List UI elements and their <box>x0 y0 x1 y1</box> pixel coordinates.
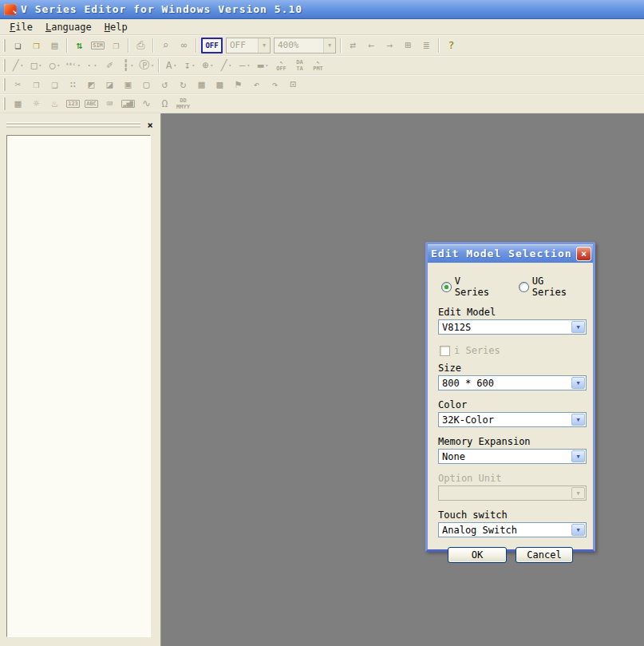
ug-series-radio-label: UG Series <box>532 275 583 298</box>
pmt-display-icon: ↖ PMT <box>313 59 323 72</box>
open-file-icon: ❒ <box>34 40 40 50</box>
marker-tool-icon: ↧ <box>184 60 191 70</box>
toolbar-grip[interactable] <box>3 78 6 91</box>
zoom-icon: ⌕ <box>163 40 169 50</box>
help-button[interactable]: ? <box>442 37 460 54</box>
toolbar-grip[interactable] <box>3 39 6 52</box>
dropdown-arrow-icon[interactable]: ▼ <box>571 377 585 389</box>
font-style-button: A▾ <box>162 57 180 74</box>
dropdown-arrow-icon: ▼ <box>571 487 585 499</box>
menu-help-rest: elp <box>110 22 128 33</box>
color-field: Color 32K-Color ▼ <box>438 399 583 427</box>
box-tool-button: □▾ <box>27 57 45 74</box>
edit-model-combobox[interactable]: V812S ▼ <box>438 319 587 335</box>
dropdown-arrow-icon[interactable]: ▼ <box>571 321 585 333</box>
arrange-grid-button: ▩ <box>211 76 229 93</box>
toolbar-sep <box>128 38 129 53</box>
panel-header: × <box>0 113 160 133</box>
copy-icon: ❐ <box>34 79 40 89</box>
select-mode-icon: ⊡ <box>290 79 297 89</box>
dialog-close-button[interactable]: × <box>576 247 591 261</box>
touch-switch-combobox[interactable]: Analog Switch ▼ <box>438 522 587 537</box>
dropdown-arrow-icon[interactable]: ▼ <box>571 450 585 462</box>
screen-list[interactable] <box>6 135 151 637</box>
state-combo-value: OFF <box>230 40 246 50</box>
scale-tool-icon: ┇ <box>123 60 129 70</box>
edit-model-field: Edit Model V812S ▼ <box>438 307 583 335</box>
connector-part-icon: ∿ <box>142 98 151 109</box>
color-combobox[interactable]: 32K-Color ▼ <box>438 412 587 427</box>
copy-button: ❐ <box>27 76 45 93</box>
bring-front-button: ▣ <box>119 76 137 93</box>
i-series-checkbox: i Series <box>438 345 583 356</box>
v-series-radio[interactable]: V Series <box>441 275 500 298</box>
help-icon: ? <box>448 40 455 50</box>
dropdown-caret-icon: ▾ <box>57 60 61 70</box>
transfer-icon: ⇅ <box>77 40 83 50</box>
menu-file[interactable]: File <box>3 20 39 34</box>
new-screen-button[interactable]: ❏ <box>9 37 27 54</box>
toolbar-grip[interactable] <box>3 97 6 110</box>
cancel-button[interactable]: Cancel <box>516 547 573 563</box>
dropdown-arrow-icon[interactable]: ▼ <box>571 414 585 426</box>
line-width-icon: — <box>239 60 246 70</box>
rotate-right-button: ↻ <box>174 76 192 93</box>
window-titlebar[interactable]: ↘ V Series Editor for Windows Version 5.… <box>0 0 644 19</box>
buzzer-part-icon: Ω <box>162 98 168 109</box>
touch-switch-field: Touch switch Analog Switch ▼ <box>438 509 583 537</box>
size-combobox[interactable]: 800 * 600 ▼ <box>438 375 587 390</box>
graph-part-icon: ▂▅▇ <box>121 100 135 108</box>
group-button: ◩ <box>82 76 101 93</box>
data-display-part-button: ▦ <box>9 95 27 113</box>
scale-tool-button: ┇▾ <box>119 57 137 74</box>
dropdown-caret-icon: ▾ <box>192 60 196 70</box>
menu-help[interactable]: Help <box>98 20 134 34</box>
dialog-titlebar[interactable]: Edit Model Selection × <box>428 244 593 263</box>
char-display-part-icon: ABC <box>85 100 98 108</box>
rotate-left-button: ↺ <box>156 76 174 93</box>
off-display-icon: ↖ OFF <box>276 59 286 72</box>
panel-grip[interactable] <box>6 122 140 128</box>
ug-series-radio[interactable]: UG Series <box>519 275 583 298</box>
size-label: Size <box>438 363 583 374</box>
graph-part-button: ▂▅▇ <box>119 95 137 113</box>
keypad-part-button: ⌨ <box>101 95 119 113</box>
num-display-part-button: 123 <box>64 95 82 113</box>
switch-part-button: ☼ <box>27 95 45 113</box>
undo-button: ↶ <box>247 76 266 93</box>
circle-tool-icon: ○ <box>49 60 56 70</box>
dialog-buttons: OK Cancel <box>438 547 583 563</box>
error-check-button: ❐ <box>107 37 125 54</box>
next-screen-icon: → <box>387 40 393 50</box>
memory-expansion-combobox[interactable]: None ▼ <box>438 449 587 464</box>
toolbar-grip[interactable] <box>3 59 6 72</box>
arrange-grid-icon: ▩ <box>217 79 223 89</box>
pin-icon: ⚑ <box>235 79 242 89</box>
line-style-icon: ╱ <box>221 60 227 70</box>
dropdown-caret-icon: ▾ <box>39 60 42 70</box>
fill-color-button: ▬▾ <box>254 57 272 74</box>
transfer-button[interactable]: ⇅ <box>70 37 89 54</box>
ok-button[interactable]: OK <box>448 547 507 563</box>
menu-language[interactable]: Language <box>39 20 98 34</box>
menu-help-accel: H <box>105 22 110 33</box>
num-display-part-icon: 123 <box>66 100 80 108</box>
state-combo: OFF▼ <box>226 38 271 54</box>
v-series-radio-label: V Series <box>455 275 500 298</box>
dropdown-caret-icon: ▾ <box>94 60 97 70</box>
window-title: V Series Editor for Windows Version 5.10 <box>21 3 302 15</box>
new-screen-icon: ❏ <box>15 40 22 50</box>
color-value: 32K-Color <box>442 414 494 426</box>
send-back-button: ▢ <box>137 76 156 93</box>
open-file-button[interactable]: ❒ <box>27 37 45 54</box>
dropdown-arrow-icon[interactable]: ▼ <box>571 524 585 536</box>
off-state-button[interactable]: OFF <box>201 38 223 54</box>
dialog-body: V Series UG Series Edit Model V812S ▼ i … <box>428 263 593 563</box>
panel-close-button[interactable]: × <box>144 120 156 131</box>
zoom-combo: 400%▼ <box>274 38 336 54</box>
option-unit-label: Option Unit <box>438 473 583 484</box>
fill-color-icon: ▬ <box>258 60 264 70</box>
touch-switch-value: Analog Switch <box>442 525 517 536</box>
dropdown-caret-icon: ▾ <box>266 60 269 70</box>
save-icon: ▤ <box>52 40 58 50</box>
